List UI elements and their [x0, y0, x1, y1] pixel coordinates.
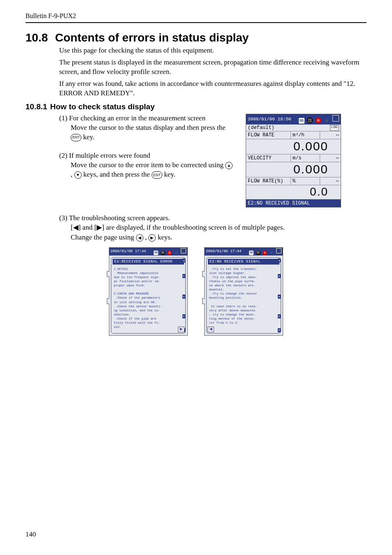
measurement-screen-figure: 2008/01/06 18:50 SD ⚿ ⊘ ⟋ (default) LOG … [246, 114, 341, 207]
scroll-down-icon: ▾ [278, 328, 281, 332]
scroll-marker-icon: ▸ [182, 314, 186, 318]
troubleshooting-screen-2: 2008/01/06 17:44 SD ⚿ ⊘ ⟋ ▴ ▸ ▸ ▸ ▾ [204, 247, 283, 336]
troubleshooting-screen-1: 2008/01/06 17:44 SD ⚿ ⊘ ⟋ ▴ ▸ ▸ ▸ ▾ [109, 247, 188, 336]
key-lock-icon: ⚿ [307, 117, 313, 123]
section-title: Contents of errors in status display [55, 31, 249, 44]
step-3-l1b: ] and [ [78, 223, 97, 231]
ts2-datetime: 2008/01/06 17:44 [206, 249, 241, 253]
velocity-value: 0.000 [246, 162, 341, 177]
scroll-marker-icon: ▸ [278, 295, 281, 299]
flow-rate-unit: m³/h [291, 131, 320, 139]
antenna-icon: ⟋ [174, 251, 179, 255]
step-2-head: If multiple errors were found [69, 152, 150, 159]
bulletin-id: Bulletin F-9-PUX2 [25, 12, 367, 20]
velocity-cycle-icon: ↔ [320, 154, 341, 162]
step-2-num: (2) [59, 152, 67, 159]
device-datetime: 2008/01/06 18:50 [248, 117, 291, 122]
step-3-l2b: keys. [156, 233, 172, 241]
device-status-bar: E2:NO RECEIVED SIGNAL [246, 199, 341, 207]
step-3-head: The troubleshooting screen appears. [69, 214, 170, 222]
scroll-up-icon: ▴ [278, 258, 281, 263]
subsection-number: 10.8.1 [25, 102, 50, 111]
battery-icon [332, 115, 339, 122]
step-3-num: (3) [59, 214, 67, 222]
prohibit-icon: ⊘ [316, 117, 321, 123]
prohibit-icon: ⊘ [167, 251, 172, 255]
ts1-next-page-icon: ▶ [178, 327, 184, 332]
ts1-title: E2:RECEIVED SIGNAL ERROR [113, 259, 184, 265]
side-tab-icon [107, 298, 109, 304]
step-2: (2) If multiple errors were found Move t… [59, 151, 236, 180]
subsection-title: How to check status display [50, 102, 154, 111]
ent-key-icon: ENT [71, 134, 81, 141]
header-rule [25, 22, 367, 23]
ts2-title: E2:NO RECEIVED SIGNAL [208, 259, 279, 265]
sd-card-icon: SD [154, 251, 158, 255]
battery-icon [181, 248, 186, 253]
intro-line-1: Use this page for checking the status of… [59, 46, 367, 55]
right-key-icon: ▶ [148, 234, 156, 242]
velocity-unit: m/s [291, 154, 320, 162]
down-key-icon: ▼ [74, 171, 82, 179]
step-2-body-b: keys, and then press the [82, 170, 152, 178]
scroll-up-icon: ▴ [182, 258, 186, 263]
step-3-l2a: Change the page using [71, 233, 136, 241]
left-triangle-icon: ◀ [73, 223, 78, 231]
step-3: (3) The troubleshooting screen appears. … [59, 213, 367, 242]
sd-card-icon: SD [249, 251, 254, 255]
flow-rate-pct-value: 0.0 [246, 185, 341, 199]
step-1-body-after: key. [81, 133, 95, 141]
section-heading: 10.8Contents of errors in status display [25, 31, 367, 44]
side-tab-icon [202, 298, 205, 304]
scroll-marker-icon: ▸ [278, 274, 281, 278]
flow-rate-label: FLOW RATE [246, 131, 291, 139]
up-key-icon: ▲ [225, 162, 233, 169]
page-number: 140 [25, 530, 36, 539]
side-tab-icon [202, 271, 205, 277]
ts2-prev-page-icon: ◀ [208, 327, 214, 332]
step-2-body-a: Move the cursor to the error item to be … [71, 161, 225, 169]
subsection-heading: 10.8.1How to check status display [25, 102, 367, 111]
velocity-label: VELOCITY [246, 154, 291, 162]
ts2-status-icons: SD ⚿ ⊘ ⟋ [249, 248, 281, 255]
intro-line-3: If any error was found, take actions in … [59, 79, 367, 98]
intro-line-2: The present status is displayed in the m… [59, 58, 367, 77]
flow-rate-pct-cycle-icon: ↔ [320, 177, 341, 185]
flow-rate-value: 0.000 [246, 139, 341, 154]
battery-icon [276, 248, 281, 253]
scroll-marker-icon: ▸ [182, 295, 186, 299]
step-3-l1c: ] are displayed, if the troubleshooting … [102, 223, 285, 231]
device-status-icons: SD ⚿ ⊘ ⟋ [299, 115, 339, 124]
device-default-label: (default) [248, 125, 274, 131]
step-2-mid: , [71, 170, 74, 178]
ts1-body: 1.DETAIL Measurement impossible due to t… [111, 266, 185, 331]
flow-rate-pct-label: FLOW RATE(%) [246, 177, 291, 185]
ts1-datetime: 2008/01/06 17:44 [111, 249, 146, 253]
left-key-icon: ◀ [136, 234, 143, 242]
log-badge: LOG [330, 125, 339, 131]
step-3-mid: , [143, 233, 149, 241]
step-1-num: (1) [59, 114, 67, 122]
key-lock-icon: ⚿ [161, 251, 165, 255]
ts2-body: -Try to set the transmis- sion voltage h… [207, 266, 281, 327]
antenna-icon: ⟋ [270, 251, 274, 255]
step-1-head: For checking an error in the measurement… [69, 114, 205, 122]
step-1: (1) For checking an error in the measure… [59, 114, 236, 142]
sd-card-icon: SD [299, 118, 304, 124]
right-triangle-icon: ▶ [97, 223, 102, 231]
scroll-marker-icon: ▸ [182, 274, 186, 278]
flow-rate-cycle-icon: ↔ [320, 131, 341, 139]
antenna-icon: ⟋ [324, 117, 330, 123]
prohibit-icon: ⊘ [263, 251, 267, 255]
scroll-marker-icon: ▸ [278, 314, 281, 318]
key-lock-icon: ⚿ [256, 251, 261, 255]
ent-key-icon-2: ENT [152, 171, 162, 179]
step-2-body-c: key. [162, 170, 175, 178]
section-number: 10.8 [25, 31, 55, 44]
ts1-status-icons: SD ⚿ ⊘ ⟋ [154, 248, 186, 255]
side-tab-icon [107, 271, 109, 277]
flow-rate-pct-unit: % [291, 177, 320, 185]
step-1-body-before: Move the cursor to the status display an… [71, 124, 226, 131]
